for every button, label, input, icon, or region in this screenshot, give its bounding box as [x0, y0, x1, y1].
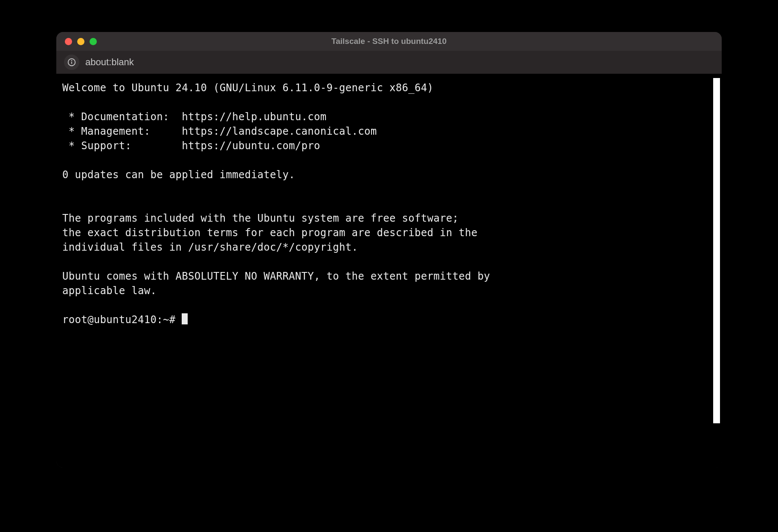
addressbar: about:blank [56, 51, 722, 74]
scrollbar-thumb[interactable] [713, 78, 720, 423]
terminal-output: Welcome to Ubuntu 24.10 (GNU/Linux 6.11.… [62, 82, 490, 297]
terminal-content[interactable]: Welcome to Ubuntu 24.10 (GNU/Linux 6.11.… [56, 74, 711, 468]
svg-point-2 [72, 61, 72, 61]
window-title: Tailscale - SSH to ubuntu2410 [56, 37, 722, 46]
terminal-window: Tailscale - SSH to ubuntu2410 about:blan… [56, 32, 722, 468]
terminal-prompt: root@ubuntu2410:~# [62, 314, 182, 326]
terminal-cursor [182, 313, 188, 324]
terminal-area[interactable]: Welcome to Ubuntu 24.10 (GNU/Linux 6.11.… [56, 74, 722, 468]
address-url[interactable]: about:blank [85, 57, 134, 68]
titlebar: Tailscale - SSH to ubuntu2410 [56, 32, 722, 51]
close-button[interactable] [65, 38, 72, 45]
scrollbar-track[interactable] [711, 74, 722, 468]
maximize-button[interactable] [90, 38, 97, 45]
traffic-lights [65, 38, 97, 45]
minimize-button[interactable] [77, 38, 84, 45]
info-icon[interactable] [64, 55, 79, 70]
